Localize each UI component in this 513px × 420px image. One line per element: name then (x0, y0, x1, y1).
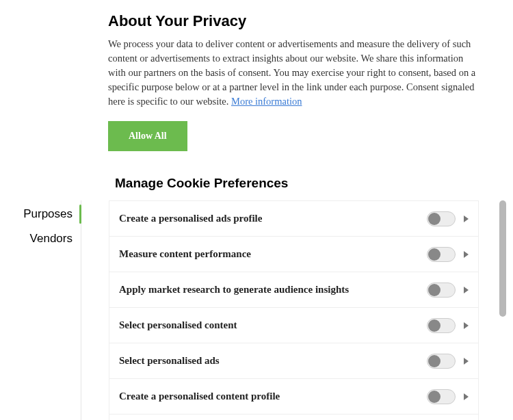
preference-toggle[interactable] (427, 283, 456, 298)
preference-label: Measure content performance (119, 248, 427, 260)
section-title: Manage Cookie Preferences (0, 163, 513, 200)
preference-label: Create a personalised content profile (119, 391, 427, 402)
preference-row: Measure content performance (109, 237, 478, 272)
preference-label: Select personalised content (119, 319, 427, 331)
allow-all-button[interactable]: Allow All (108, 121, 187, 151)
preference-toggle[interactable] (427, 354, 456, 369)
preference-toggle[interactable] (427, 211, 456, 226)
tab-vendors[interactable]: Vendors (0, 226, 79, 251)
chevron-right-icon[interactable] (464, 287, 469, 293)
chevron-right-icon[interactable] (464, 393, 469, 400)
chevron-right-icon[interactable] (464, 322, 469, 329)
preferences-list: Create a personalised ads profile Measur… (109, 200, 479, 420)
preference-label: Select personalised ads (119, 355, 427, 367)
preference-toggle[interactable] (427, 247, 456, 262)
page-title: About Your Privacy (108, 12, 486, 30)
preference-toggle[interactable] (427, 318, 456, 333)
privacy-description: We process your data to deliver content … (108, 37, 481, 109)
chevron-right-icon[interactable] (464, 251, 469, 258)
preference-row: Create a personalised content profile (109, 379, 478, 415)
preference-row: Select personalised ads (109, 343, 478, 379)
scrollbar[interactable] (499, 200, 506, 420)
preference-label: Create a personalised ads profile (119, 213, 427, 224)
more-information-link[interactable]: More information (231, 96, 302, 107)
preference-toggle[interactable] (427, 389, 456, 404)
preference-row: Create a personalised ads profile (109, 201, 478, 237)
preference-row: Apply market research to generate audien… (109, 272, 478, 308)
tab-purposes[interactable]: Purposes (0, 202, 79, 226)
chevron-right-icon[interactable] (464, 358, 469, 365)
chevron-right-icon[interactable] (464, 215, 469, 222)
scrollbar-thumb[interactable] (499, 200, 506, 317)
preference-label: Apply market research to generate audien… (119, 284, 427, 296)
sidebar: Purposes Vendors (0, 200, 79, 420)
preference-row: Select personalised content (109, 308, 478, 343)
